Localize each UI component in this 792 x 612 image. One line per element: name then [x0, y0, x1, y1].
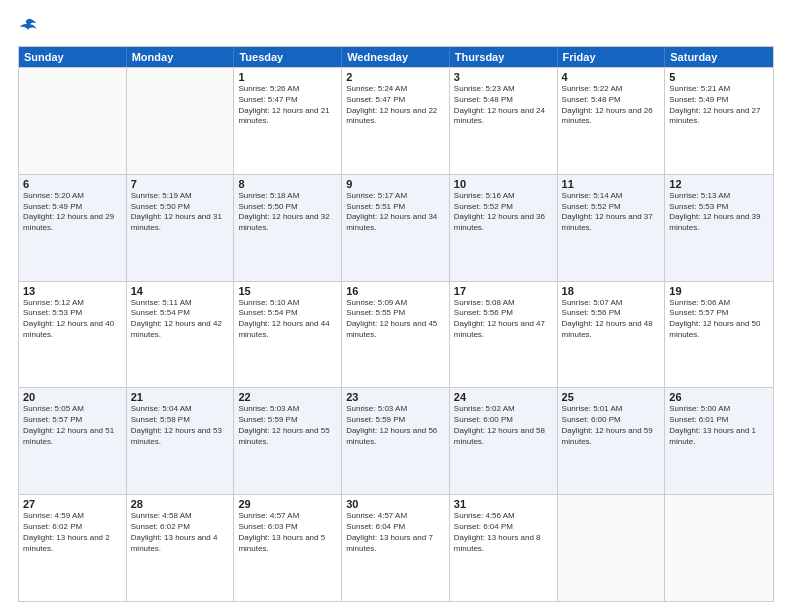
cell-info: Sunrise: 5:10 AMSunset: 5:54 PMDaylight:… — [238, 298, 337, 341]
day-header-saturday: Saturday — [665, 47, 773, 67]
day-number: 4 — [562, 71, 661, 83]
cell-info: Sunrise: 5:03 AMSunset: 5:59 PMDaylight:… — [238, 404, 337, 447]
day-cell-3: 3Sunrise: 5:23 AMSunset: 5:48 PMDaylight… — [450, 68, 558, 174]
calendar-row-2: 6Sunrise: 5:20 AMSunset: 5:49 PMDaylight… — [19, 174, 773, 281]
day-cell-21: 21Sunrise: 5:04 AMSunset: 5:58 PMDayligh… — [127, 388, 235, 494]
day-header-sunday: Sunday — [19, 47, 127, 67]
calendar-row-3: 13Sunrise: 5:12 AMSunset: 5:53 PMDayligh… — [19, 281, 773, 388]
day-cell-19: 19Sunrise: 5:06 AMSunset: 5:57 PMDayligh… — [665, 282, 773, 388]
calendar: SundayMondayTuesdayWednesdayThursdayFrid… — [18, 46, 774, 602]
empty-cell — [19, 68, 127, 174]
cell-info: Sunrise: 5:23 AMSunset: 5:48 PMDaylight:… — [454, 84, 553, 127]
cell-info: Sunrise: 5:02 AMSunset: 6:00 PMDaylight:… — [454, 404, 553, 447]
day-cell-1: 1Sunrise: 5:26 AMSunset: 5:47 PMDaylight… — [234, 68, 342, 174]
cell-info: Sunrise: 5:26 AMSunset: 5:47 PMDaylight:… — [238, 84, 337, 127]
day-number: 18 — [562, 285, 661, 297]
day-cell-25: 25Sunrise: 5:01 AMSunset: 6:00 PMDayligh… — [558, 388, 666, 494]
logo — [18, 16, 44, 38]
day-header-wednesday: Wednesday — [342, 47, 450, 67]
empty-cell — [665, 495, 773, 601]
cell-info: Sunrise: 5:08 AMSunset: 5:56 PMDaylight:… — [454, 298, 553, 341]
day-number: 25 — [562, 391, 661, 403]
day-number: 22 — [238, 391, 337, 403]
empty-cell — [127, 68, 235, 174]
cell-info: Sunrise: 5:13 AMSunset: 5:53 PMDaylight:… — [669, 191, 769, 234]
day-cell-22: 22Sunrise: 5:03 AMSunset: 5:59 PMDayligh… — [234, 388, 342, 494]
cell-info: Sunrise: 5:05 AMSunset: 5:57 PMDaylight:… — [23, 404, 122, 447]
cell-info: Sunrise: 5:01 AMSunset: 6:00 PMDaylight:… — [562, 404, 661, 447]
day-cell-12: 12Sunrise: 5:13 AMSunset: 5:53 PMDayligh… — [665, 175, 773, 281]
cell-info: Sunrise: 4:59 AMSunset: 6:02 PMDaylight:… — [23, 511, 122, 554]
calendar-row-4: 20Sunrise: 5:05 AMSunset: 5:57 PMDayligh… — [19, 387, 773, 494]
day-number: 20 — [23, 391, 122, 403]
day-cell-17: 17Sunrise: 5:08 AMSunset: 5:56 PMDayligh… — [450, 282, 558, 388]
empty-cell — [558, 495, 666, 601]
day-header-friday: Friday — [558, 47, 666, 67]
calendar-row-1: 1Sunrise: 5:26 AMSunset: 5:47 PMDaylight… — [19, 67, 773, 174]
day-cell-24: 24Sunrise: 5:02 AMSunset: 6:00 PMDayligh… — [450, 388, 558, 494]
cell-info: Sunrise: 4:56 AMSunset: 6:04 PMDaylight:… — [454, 511, 553, 554]
logo-icon — [18, 16, 40, 38]
day-cell-2: 2Sunrise: 5:24 AMSunset: 5:47 PMDaylight… — [342, 68, 450, 174]
day-header-tuesday: Tuesday — [234, 47, 342, 67]
day-number: 24 — [454, 391, 553, 403]
cell-info: Sunrise: 5:18 AMSunset: 5:50 PMDaylight:… — [238, 191, 337, 234]
day-number: 8 — [238, 178, 337, 190]
calendar-body: 1Sunrise: 5:26 AMSunset: 5:47 PMDaylight… — [19, 67, 773, 601]
cell-info: Sunrise: 4:57 AMSunset: 6:03 PMDaylight:… — [238, 511, 337, 554]
day-number: 9 — [346, 178, 445, 190]
day-number: 30 — [346, 498, 445, 510]
day-header-monday: Monday — [127, 47, 235, 67]
day-number: 3 — [454, 71, 553, 83]
day-cell-9: 9Sunrise: 5:17 AMSunset: 5:51 PMDaylight… — [342, 175, 450, 281]
cell-info: Sunrise: 5:09 AMSunset: 5:55 PMDaylight:… — [346, 298, 445, 341]
day-number: 27 — [23, 498, 122, 510]
cell-info: Sunrise: 5:24 AMSunset: 5:47 PMDaylight:… — [346, 84, 445, 127]
day-cell-23: 23Sunrise: 5:03 AMSunset: 5:59 PMDayligh… — [342, 388, 450, 494]
day-number: 1 — [238, 71, 337, 83]
day-cell-7: 7Sunrise: 5:19 AMSunset: 5:50 PMDaylight… — [127, 175, 235, 281]
day-cell-28: 28Sunrise: 4:58 AMSunset: 6:02 PMDayligh… — [127, 495, 235, 601]
day-cell-10: 10Sunrise: 5:16 AMSunset: 5:52 PMDayligh… — [450, 175, 558, 281]
day-number: 31 — [454, 498, 553, 510]
day-number: 29 — [238, 498, 337, 510]
day-number: 11 — [562, 178, 661, 190]
day-number: 26 — [669, 391, 769, 403]
cell-info: Sunrise: 4:58 AMSunset: 6:02 PMDaylight:… — [131, 511, 230, 554]
calendar-row-5: 27Sunrise: 4:59 AMSunset: 6:02 PMDayligh… — [19, 494, 773, 601]
day-number: 7 — [131, 178, 230, 190]
cell-info: Sunrise: 5:06 AMSunset: 5:57 PMDaylight:… — [669, 298, 769, 341]
cell-info: Sunrise: 5:21 AMSunset: 5:49 PMDaylight:… — [669, 84, 769, 127]
day-number: 23 — [346, 391, 445, 403]
calendar-header: SundayMondayTuesdayWednesdayThursdayFrid… — [19, 47, 773, 67]
cell-info: Sunrise: 5:11 AMSunset: 5:54 PMDaylight:… — [131, 298, 230, 341]
day-cell-8: 8Sunrise: 5:18 AMSunset: 5:50 PMDaylight… — [234, 175, 342, 281]
day-number: 10 — [454, 178, 553, 190]
day-number: 16 — [346, 285, 445, 297]
cell-info: Sunrise: 5:03 AMSunset: 5:59 PMDaylight:… — [346, 404, 445, 447]
cell-info: Sunrise: 5:22 AMSunset: 5:48 PMDaylight:… — [562, 84, 661, 127]
day-cell-14: 14Sunrise: 5:11 AMSunset: 5:54 PMDayligh… — [127, 282, 235, 388]
cell-info: Sunrise: 5:19 AMSunset: 5:50 PMDaylight:… — [131, 191, 230, 234]
day-number: 17 — [454, 285, 553, 297]
day-cell-20: 20Sunrise: 5:05 AMSunset: 5:57 PMDayligh… — [19, 388, 127, 494]
day-cell-18: 18Sunrise: 5:07 AMSunset: 5:56 PMDayligh… — [558, 282, 666, 388]
day-cell-4: 4Sunrise: 5:22 AMSunset: 5:48 PMDaylight… — [558, 68, 666, 174]
day-number: 21 — [131, 391, 230, 403]
day-cell-6: 6Sunrise: 5:20 AMSunset: 5:49 PMDaylight… — [19, 175, 127, 281]
cell-info: Sunrise: 4:57 AMSunset: 6:04 PMDaylight:… — [346, 511, 445, 554]
day-cell-5: 5Sunrise: 5:21 AMSunset: 5:49 PMDaylight… — [665, 68, 773, 174]
day-cell-13: 13Sunrise: 5:12 AMSunset: 5:53 PMDayligh… — [19, 282, 127, 388]
day-cell-30: 30Sunrise: 4:57 AMSunset: 6:04 PMDayligh… — [342, 495, 450, 601]
day-number: 2 — [346, 71, 445, 83]
cell-info: Sunrise: 5:20 AMSunset: 5:49 PMDaylight:… — [23, 191, 122, 234]
cell-info: Sunrise: 5:16 AMSunset: 5:52 PMDaylight:… — [454, 191, 553, 234]
day-cell-11: 11Sunrise: 5:14 AMSunset: 5:52 PMDayligh… — [558, 175, 666, 281]
cell-info: Sunrise: 5:04 AMSunset: 5:58 PMDaylight:… — [131, 404, 230, 447]
day-number: 28 — [131, 498, 230, 510]
day-number: 15 — [238, 285, 337, 297]
day-cell-15: 15Sunrise: 5:10 AMSunset: 5:54 PMDayligh… — [234, 282, 342, 388]
day-cell-31: 31Sunrise: 4:56 AMSunset: 6:04 PMDayligh… — [450, 495, 558, 601]
day-number: 6 — [23, 178, 122, 190]
day-header-thursday: Thursday — [450, 47, 558, 67]
